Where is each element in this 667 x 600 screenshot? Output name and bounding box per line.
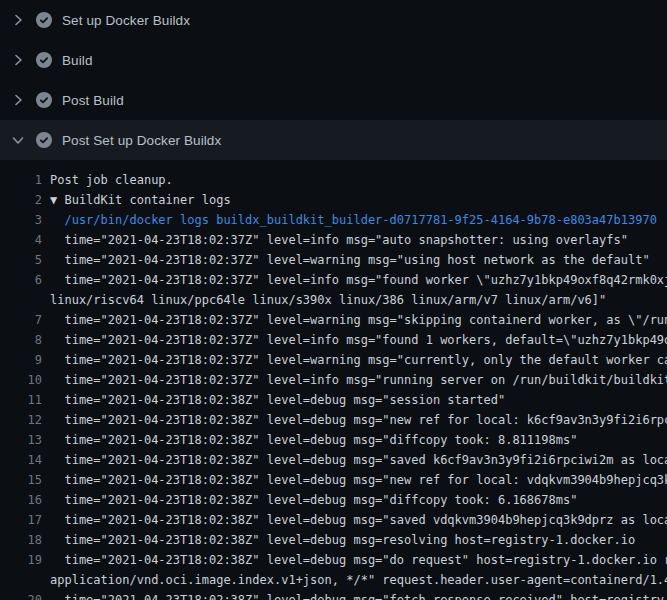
log-line: 16 time="2021-04-23T18:02:38Z" level=deb… xyxy=(0,490,667,510)
log-line-number[interactable]: 2 xyxy=(0,193,42,207)
log-line-number[interactable]: 15 xyxy=(0,473,42,487)
log-line: 12 time="2021-04-23T18:02:38Z" level=deb… xyxy=(0,410,667,430)
log-line-text: time="2021-04-23T18:02:38Z" level=debug … xyxy=(50,513,667,527)
log-line-number[interactable]: 19 xyxy=(0,553,42,567)
log-line: 15 time="2021-04-23T18:02:38Z" level=deb… xyxy=(0,470,667,490)
log-line-text: linux/riscv64 linux/ppc64le linux/s390x … xyxy=(50,293,606,307)
log-line-text: time="2021-04-23T18:02:38Z" level=debug … xyxy=(50,453,667,467)
log-line: 8 time="2021-04-23T18:02:37Z" level=info… xyxy=(0,330,667,350)
log-line-text: time="2021-04-23T18:02:37Z" level=warnin… xyxy=(50,353,667,367)
log-line: 11 time="2021-04-23T18:02:38Z" level=deb… xyxy=(0,390,667,410)
chevron-right-icon xyxy=(10,12,26,28)
log-line: 5 time="2021-04-23T18:02:37Z" level=warn… xyxy=(0,250,667,270)
log-line-number[interactable]: 20 xyxy=(0,593,42,600)
log-line-number[interactable]: 7 xyxy=(0,313,42,327)
step-label: Set up Docker Buildx xyxy=(62,13,190,28)
log-group-toggle: 2 ▼ BuildKit container logs xyxy=(0,190,667,210)
log-line-text: time="2021-04-23T18:02:37Z" level=info m… xyxy=(50,333,667,347)
log-line: application/vnd.oci.image.index.v1+json,… xyxy=(0,570,667,590)
log-line-text: time="2021-04-23T18:02:38Z" level=debug … xyxy=(50,493,577,507)
log-line-number[interactable]: 18 xyxy=(0,533,42,547)
step-row-post-set-up-docker-buildx[interactable]: Post Set up Docker Buildx xyxy=(0,120,667,160)
check-circle-icon xyxy=(36,52,52,68)
step-label: Post Build xyxy=(62,93,124,108)
chevron-right-icon xyxy=(10,52,26,68)
log-line-text: time="2021-04-23T18:02:37Z" level=warnin… xyxy=(50,253,650,267)
log-line-number[interactable]: 4 xyxy=(0,233,42,247)
log-line-number[interactable]: 5 xyxy=(0,253,42,267)
log-line-text: time="2021-04-23T18:02:38Z" level=debug … xyxy=(50,533,635,547)
step-label: Build xyxy=(62,53,93,68)
log-line-number[interactable]: 1 xyxy=(0,173,42,187)
step-row-post-build[interactable]: Post Build xyxy=(0,80,667,120)
chevron-down-icon xyxy=(10,132,26,148)
actions-log-viewer: Set up Docker Buildx Build xyxy=(0,0,667,600)
log-line: 17 time="2021-04-23T18:02:38Z" level=deb… xyxy=(0,510,667,530)
log-line-number[interactable]: 17 xyxy=(0,513,42,527)
log-line: 1 Post job cleanup. xyxy=(0,170,667,190)
log-line: 14 time="2021-04-23T18:02:38Z" level=deb… xyxy=(0,450,667,470)
log-line-number[interactable]: 10 xyxy=(0,373,42,387)
chevron-right-icon xyxy=(10,92,26,108)
log-line-text: time="2021-04-23T18:02:37Z" level=warnin… xyxy=(50,313,667,327)
log-line: 9 time="2021-04-23T18:02:37Z" level=warn… xyxy=(0,350,667,370)
steps-list: Set up Docker Buildx Build xyxy=(0,0,667,160)
log-line-number[interactable]: 14 xyxy=(0,453,42,467)
check-circle-icon xyxy=(36,132,52,148)
step-row-build[interactable]: Build xyxy=(0,40,667,80)
log-line-text: time="2021-04-23T18:02:38Z" level=debug … xyxy=(50,413,667,427)
log-line-number[interactable]: 9 xyxy=(0,353,42,367)
log-line-text: application/vnd.oci.image.index.v1+json,… xyxy=(50,573,667,587)
log-line-number[interactable]: 3 xyxy=(0,213,42,227)
check-circle-icon xyxy=(36,92,52,108)
log-line: 10 time="2021-04-23T18:02:37Z" level=inf… xyxy=(0,370,667,390)
log-line-text: time="2021-04-23T18:02:38Z" level=debug … xyxy=(50,473,667,487)
step-label: Post Set up Docker Buildx xyxy=(62,133,221,148)
log-line-number[interactable]: 6 xyxy=(0,273,42,287)
log-line: 4 time="2021-04-23T18:02:37Z" level=info… xyxy=(0,230,667,250)
log-line-number[interactable]: 12 xyxy=(0,413,42,427)
log-line-text: time="2021-04-23T18:02:37Z" level=info m… xyxy=(50,273,667,287)
log-line-text[interactable]: ▼ BuildKit container logs xyxy=(50,193,231,207)
log-line: 19 time="2021-04-23T18:02:38Z" level=deb… xyxy=(0,550,667,570)
log-line-text: time="2021-04-23T18:02:38Z" level=debug … xyxy=(50,553,667,567)
log-line-text: time="2021-04-23T18:02:37Z" level=info m… xyxy=(50,373,667,387)
log-line-text: time="2021-04-23T18:02:38Z" level=debug … xyxy=(50,393,505,407)
log-line-text: Post job cleanup. xyxy=(50,173,173,187)
log-line: 18 time="2021-04-23T18:02:38Z" level=deb… xyxy=(0,530,667,550)
log-line: 13 time="2021-04-23T18:02:38Z" level=deb… xyxy=(0,430,667,450)
log-line: linux/riscv64 linux/ppc64le linux/s390x … xyxy=(0,290,667,310)
step-row-set-up-docker-buildx[interactable]: Set up Docker Buildx xyxy=(0,0,667,40)
log-line: 7 time="2021-04-23T18:02:37Z" level=warn… xyxy=(0,310,667,330)
log-line: 20 time="2021-04-23T18:02:38Z" level=deb… xyxy=(0,590,667,600)
log-line-number[interactable]: 8 xyxy=(0,333,42,347)
log-line-number[interactable]: 13 xyxy=(0,433,42,447)
log-line-number[interactable]: 11 xyxy=(0,393,42,407)
log-line-text: /usr/bin/docker logs buildx_buildkit_bui… xyxy=(50,213,657,227)
check-circle-icon xyxy=(36,12,52,28)
log-line: 6 time="2021-04-23T18:02:37Z" level=info… xyxy=(0,270,667,290)
log-line-text: time="2021-04-23T18:02:38Z" level=debug … xyxy=(50,593,667,600)
log-line-number[interactable]: 16 xyxy=(0,493,42,507)
log-line-text: time="2021-04-23T18:02:38Z" level=debug … xyxy=(50,433,577,447)
log-line-text: time="2021-04-23T18:02:37Z" level=info m… xyxy=(50,233,628,247)
log-area: 1 Post job cleanup. 2 ▼ BuildKit contain… xyxy=(0,170,667,600)
log-command-line: 3 /usr/bin/docker logs buildx_buildkit_b… xyxy=(0,210,667,230)
